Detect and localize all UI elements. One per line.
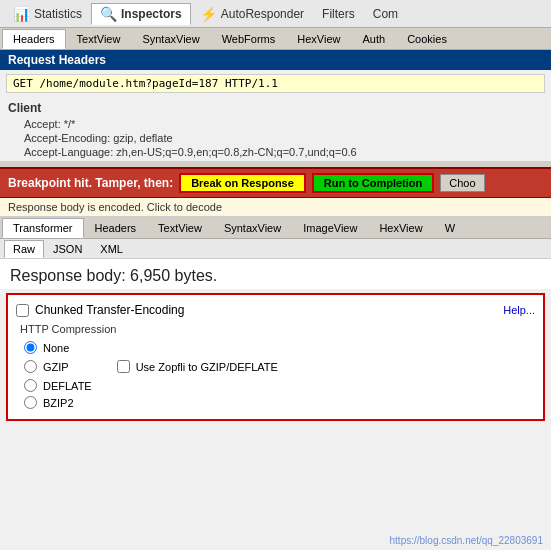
tab-cookies[interactable]: Cookies [396,29,458,49]
tab-auth[interactable]: Auth [352,29,397,49]
radio-none-row: None [16,339,535,356]
nav-autoresponder-label: AutoResponder [221,7,304,21]
nav-filters-label: Filters [322,7,355,21]
transformer-content: Chunked Transfer-Encoding Help... HTTP C… [6,293,545,421]
subtab-xml[interactable]: XML [91,240,132,258]
zopfli-label: Use Zopfli to GZIP/DEFLATE [136,361,278,373]
breakpoint-bar: Breakpoint hit. Tamper, then: Break on R… [0,167,551,198]
inspectors-icon: 🔍 [100,6,117,22]
response-info-bar[interactable]: Response body is encoded. Click to decod… [0,198,551,217]
tab-response-syntaxview[interactable]: SyntaxView [213,218,292,238]
nav-com[interactable]: Com [364,4,407,24]
request-tab-bar: Headers TextView SyntaxView WebForms Hex… [0,28,551,50]
statistics-icon: 📊 [13,6,30,22]
nav-statistics[interactable]: 📊 Statistics [4,3,91,25]
radio-gzip-row: GZIP [16,358,77,375]
client-section: Client Accept: */* Accept-Encoding: gzip… [0,97,551,161]
subtab-json[interactable]: JSON [44,240,91,258]
autoresponder-icon: ⚡ [200,6,217,22]
nav-filters[interactable]: Filters [313,4,364,24]
response-body-header: Response body: 6,950 bytes. [0,259,551,289]
watermark: https://blog.csdn.net/qq_22803691 [390,535,543,546]
nav-autoresponder[interactable]: ⚡ AutoResponder [191,3,313,25]
tab-response-headers[interactable]: Headers [84,218,148,238]
response-tab-bar: Transformer Headers TextView SyntaxView … [0,217,551,239]
break-on-response-button[interactable]: Break on Response [179,173,306,193]
sub-tab-bar: Raw JSON XML [0,239,551,259]
top-nav: 📊 Statistics 🔍 Inspectors ⚡ AutoResponde… [0,0,551,28]
tab-response-w[interactable]: W [434,218,466,238]
radio-bzip2-label: BZIP2 [43,397,74,409]
zopfli-checkbox[interactable] [117,360,130,373]
chunked-encoding-checkbox[interactable] [16,304,29,317]
radio-deflate[interactable] [24,379,37,392]
chunked-encoding-row: Chunked Transfer-Encoding Help... [16,303,535,317]
request-line: GET /home/module.htm?pageId=187 HTTP/1.1 [6,74,545,93]
radio-bzip2-row: BZIP2 [16,394,535,411]
tab-webforms[interactable]: WebForms [211,29,287,49]
choose-button[interactable]: Choo [440,174,484,192]
tab-syntaxview[interactable]: SyntaxView [131,29,210,49]
radio-bzip2[interactable] [24,396,37,409]
breakpoint-label: Breakpoint hit. Tamper, then: [8,176,173,190]
accept-encoding-prop: Accept-Encoding: gzip, deflate [8,131,543,145]
nav-statistics-label: Statistics [34,7,82,21]
subtab-raw[interactable]: Raw [4,240,44,258]
chunked-encoding-label: Chunked Transfer-Encoding [35,303,184,317]
accept-prop: Accept: */* [8,117,543,131]
tab-textview[interactable]: TextView [66,29,132,49]
radio-deflate-row: DEFLATE [16,377,535,394]
tab-hexview[interactable]: HexView [286,29,351,49]
radio-none[interactable] [24,341,37,354]
tab-response-imageview[interactable]: ImageView [292,218,368,238]
radio-deflate-label: DEFLATE [43,380,92,392]
accept-language-prop: Accept-Language: zh,en-US;q=0.9,en;q=0.8… [8,145,543,159]
radio-gzip[interactable] [24,360,37,373]
radio-gzip-label: GZIP [43,361,69,373]
tab-headers[interactable]: Headers [2,29,66,49]
help-link[interactable]: Help... [503,304,535,316]
nav-inspectors-label: Inspectors [121,7,182,21]
http-compression-label: HTTP Compression [16,323,535,335]
radio-none-label: None [43,342,69,354]
tab-transformer[interactable]: Transformer [2,218,84,238]
request-headers-section: Request Headers [0,50,551,70]
nav-inspectors[interactable]: 🔍 Inspectors [91,3,191,25]
run-to-completion-button[interactable]: Run to Completion [312,173,434,193]
tab-response-textview[interactable]: TextView [147,218,213,238]
client-label: Client [8,99,543,117]
tab-response-hexview[interactable]: HexView [368,218,433,238]
nav-com-label: Com [373,7,398,21]
